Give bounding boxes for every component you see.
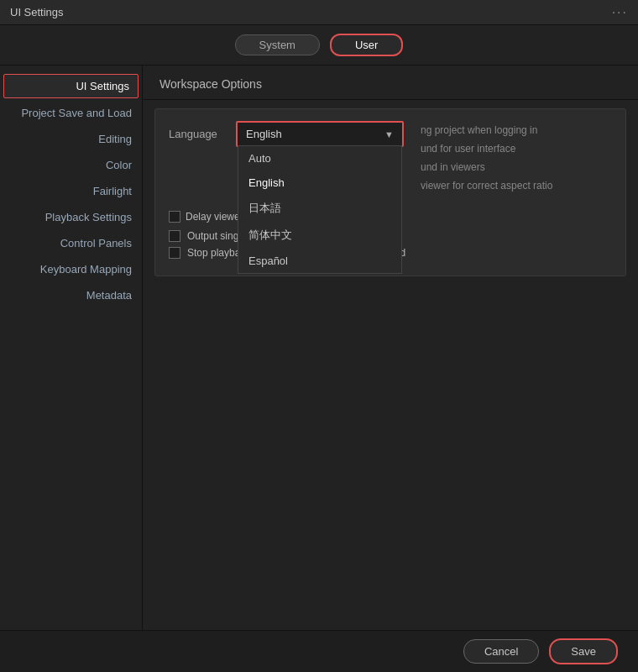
language-row: Language English ▼ Auto English 日本語 简体中文… xyxy=(169,121,612,195)
sidebar-item-control-panels[interactable]: Control Panels xyxy=(0,230,142,256)
language-option-simplified-chinese[interactable]: 简体中文 xyxy=(238,222,401,249)
partial-text-1: ng project when logging in xyxy=(421,121,612,139)
language-dropdown-list: Auto English 日本語 简体中文 Español xyxy=(238,145,402,274)
language-option-auto[interactable]: Auto xyxy=(238,146,401,171)
language-dropdown-selected[interactable]: English ▼ xyxy=(238,123,402,145)
more-options-icon[interactable]: ··· xyxy=(612,5,628,20)
sidebar-item-project-save-load[interactable]: Project Save and Load xyxy=(0,100,142,126)
language-option-japanese[interactable]: 日本語 xyxy=(238,195,401,222)
sidebar-item-metadata[interactable]: Metadata xyxy=(0,282,142,308)
sidebar-item-fairlight[interactable]: Fairlight xyxy=(0,178,142,204)
partial-text-3: und in viewers xyxy=(421,158,612,176)
cancel-button[interactable]: Cancel xyxy=(463,639,539,664)
checkbox-stop-playback[interactable] xyxy=(169,247,180,259)
partial-text-4: viewer for correct aspect ratio xyxy=(421,176,612,195)
workspace-panel: Language English ▼ Auto English 日本語 简体中文… xyxy=(154,108,626,276)
sidebar-item-color[interactable]: Color xyxy=(0,152,142,178)
language-dropdown[interactable]: English ▼ Auto English 日本語 简体中文 Español xyxy=(236,121,404,147)
language-selected-value: English xyxy=(246,128,282,140)
partial-text-2: und for user interface xyxy=(421,139,612,158)
sidebar-item-editing[interactable]: Editing xyxy=(0,126,142,152)
bottom-bar: Cancel Save xyxy=(0,630,638,672)
app-title: UI Settings xyxy=(10,6,64,18)
language-option-spanish[interactable]: Español xyxy=(238,249,401,273)
title-bar: UI Settings ··· xyxy=(0,0,638,25)
tab-user[interactable]: User xyxy=(330,34,403,56)
language-option-english[interactable]: English xyxy=(238,171,401,195)
content-area: Workspace Options Language English ▼ Aut… xyxy=(143,66,638,633)
sidebar-item-ui-settings[interactable]: UI Settings xyxy=(3,74,139,98)
sidebar-item-keyboard-mapping[interactable]: Keyboard Mapping xyxy=(0,256,142,282)
main-layout: UI Settings Project Save and Load Editin… xyxy=(0,66,638,633)
chevron-down-icon: ▼ xyxy=(384,129,394,139)
sidebar-item-playback-settings[interactable]: Playback Settings xyxy=(0,204,142,230)
checkbox-output-single[interactable] xyxy=(169,230,180,242)
sidebar: UI Settings Project Save and Load Editin… xyxy=(0,66,143,633)
checkbox-delay-viewer[interactable] xyxy=(169,211,180,223)
language-label: Language xyxy=(169,121,227,140)
tab-row: System User xyxy=(0,25,638,66)
content-header: Workspace Options xyxy=(143,66,638,100)
tab-system[interactable]: System xyxy=(235,34,320,55)
save-button[interactable]: Save xyxy=(549,638,618,664)
